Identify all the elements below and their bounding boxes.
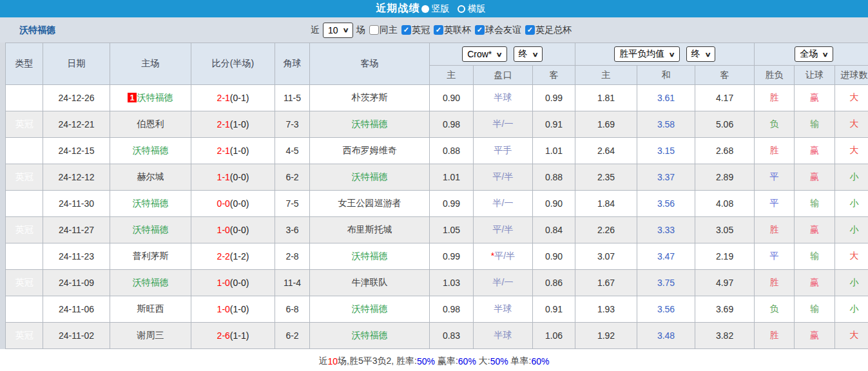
results-table: 类型 日期 主场 比分(半场) 角球 客场 Crow* ∨ 终: [5, 43, 868, 349]
half-time-score: (0-0): [230, 198, 249, 209]
match-date: 24-11-30: [43, 191, 110, 217]
avg-draw-odds: 3.47: [637, 243, 695, 270]
period-group-header: 全场 ∨: [755, 43, 868, 66]
away-team-name[interactable]: 沃特福德: [352, 251, 388, 261]
odds-time-select[interactable]: 终 ∨: [514, 46, 543, 62]
half-time-score: (0-1): [230, 93, 249, 103]
away-team-name[interactable]: 西布罗姆维奇: [343, 145, 397, 155]
away-team-cell: 西布罗姆维奇: [310, 138, 430, 164]
away-team-name[interactable]: 布里斯托城: [347, 224, 392, 234]
home-team-name[interactable]: 谢周三: [137, 330, 164, 340]
page: 近期战绩竖版横版 沃特福德 近 10 ∨ 场 同主 ✓英冠✓英联杯✓球会友谊✓英…: [0, 0, 868, 371]
league-checkbox[interactable]: ✓: [475, 25, 485, 35]
result-wdl: 平: [755, 243, 795, 270]
summary-segment: 10: [328, 356, 338, 366]
handicap-odds-home: 0.90: [430, 85, 474, 111]
avg-type-value: 胜平负均值: [619, 48, 664, 60]
score-cell: 2-1(1-0): [191, 111, 275, 138]
sub-header-odds-home: 主: [430, 66, 474, 85]
handicap-odds-away: 0.88: [533, 164, 575, 191]
league-checkbox[interactable]: ✓: [525, 25, 535, 35]
home-team-name[interactable]: 普利茅斯: [133, 251, 169, 261]
home-team-name[interactable]: 赫尔城: [137, 171, 164, 182]
result-wdl: 胜: [755, 138, 795, 164]
view-mode-radio[interactable]: [458, 5, 465, 13]
avg-away-odds: 2.68: [695, 138, 755, 164]
avg-time-select[interactable]: 终 ∨: [686, 46, 715, 62]
away-team-name[interactable]: 沃特福德: [352, 330, 388, 340]
home-team-cell: 1沃特福德: [110, 85, 191, 111]
period-value: 全场: [800, 48, 818, 60]
avg-home-odds: 2.26: [575, 217, 637, 243]
result-goals: 大: [835, 323, 868, 349]
result-wdl: 平: [755, 191, 795, 217]
handicap-line: 平手: [474, 138, 533, 164]
view-mode-radio[interactable]: [421, 5, 429, 13]
away-team-name[interactable]: 沃特福德: [352, 171, 388, 182]
handicap-odds-away: 0.91: [533, 296, 575, 323]
odds-time-value: 终: [519, 48, 528, 60]
summary-segment: 场,胜5平3负2, 胜率:: [338, 356, 417, 367]
result-wdl: 胜: [755, 85, 795, 111]
view-mode-label: 横版: [468, 3, 486, 15]
home-team-name[interactable]: 斯旺西: [137, 303, 164, 314]
odds-company-select[interactable]: Crow* ∨: [462, 46, 506, 62]
avg-draw-odds: 3.15: [637, 138, 695, 164]
home-team-name[interactable]: 沃特福德: [133, 224, 169, 234]
col-header-date: 日期: [43, 43, 110, 85]
handicap-odds-home: 0.83: [430, 323, 474, 349]
away-team-name[interactable]: 朴茨茅斯: [352, 92, 388, 102]
handicap-line: 平/半: [474, 164, 533, 191]
rank-badge: 1: [128, 93, 136, 102]
handicap-text: 平/半: [493, 224, 514, 234]
result-handicap: 赢: [795, 85, 835, 111]
full-time-score: 2-1: [217, 119, 230, 129]
chevron-down-icon: ∨: [342, 26, 349, 33]
avg-home-odds: 3.07: [575, 243, 637, 270]
away-team-name[interactable]: 女王公园巡游者: [338, 198, 401, 208]
full-time-score: 1-1: [217, 172, 230, 182]
sub-header-handicap: 盘口: [474, 66, 533, 85]
home-team-name[interactable]: 伯恩利: [137, 119, 164, 129]
avg-home-odds: 2.64: [575, 138, 637, 164]
period-select[interactable]: 全场 ∨: [795, 46, 833, 62]
full-time-score: 0-0: [217, 198, 230, 209]
sub-header-avg-away: 客: [695, 66, 755, 85]
avg-type-select[interactable]: 胜平负均值 ∨: [614, 46, 679, 62]
home-team-name[interactable]: 沃特福德: [133, 277, 169, 287]
score-cell: 1-0(0-0): [191, 270, 275, 296]
recent-label: 近: [311, 24, 320, 36]
home-team-name[interactable]: 沃特福德: [133, 198, 169, 208]
corners-cell: 11-5: [275, 85, 310, 111]
league-checkbox[interactable]: ✓: [434, 25, 443, 35]
home-team-name[interactable]: 沃特福德: [137, 92, 173, 102]
handicap-line: 半球: [474, 85, 533, 111]
top-bar: 近期战绩竖版横版: [0, 0, 868, 17]
away-team-name[interactable]: 沃特福德: [352, 119, 388, 129]
filter-bar: 沃特福德 近 10 ∨ 场 同主 ✓英冠✓英联杯✓球会友谊✓英足总杯: [0, 17, 868, 43]
result-goals: 小: [835, 270, 868, 296]
league-tag: 英冠: [6, 85, 43, 111]
away-team-cell: 牛津联队: [310, 270, 430, 296]
home-team-name[interactable]: 沃特福德: [133, 145, 169, 155]
avg-home-odds: 1.84: [575, 191, 637, 217]
table-row: 英冠24-12-261沃特福德2-1(0-1)11-5朴茨茅斯0.90半球0.9…: [6, 85, 868, 111]
avg-odds-group-header: 胜平负均值 ∨ 终 ∨: [575, 43, 755, 66]
col-header-score: 比分(半场): [191, 43, 275, 85]
sub-header-avg-draw: 和: [637, 66, 695, 85]
away-team-name[interactable]: 沃特福德: [352, 303, 388, 314]
away-team-name[interactable]: 牛津联队: [352, 277, 388, 287]
league-checkbox[interactable]: ✓: [401, 25, 411, 35]
full-time-score: 1-0: [217, 278, 230, 288]
same-home-checkbox[interactable]: [369, 25, 379, 35]
result-handicap: 赢: [795, 164, 835, 191]
recent-count-select[interactable]: 10 ∨: [323, 23, 353, 38]
summary-segment: 单率:: [508, 356, 532, 367]
league-tag: 英冠: [6, 323, 43, 349]
league-tag: 英冠: [6, 243, 43, 270]
match-date: 24-12-26: [43, 85, 110, 111]
view-mode-label: 竖版: [432, 3, 450, 15]
home-team-cell: 沃特福德: [110, 191, 191, 217]
score-cell: 1-0(1-0): [191, 296, 275, 323]
result-handicap: 赢: [795, 270, 835, 296]
